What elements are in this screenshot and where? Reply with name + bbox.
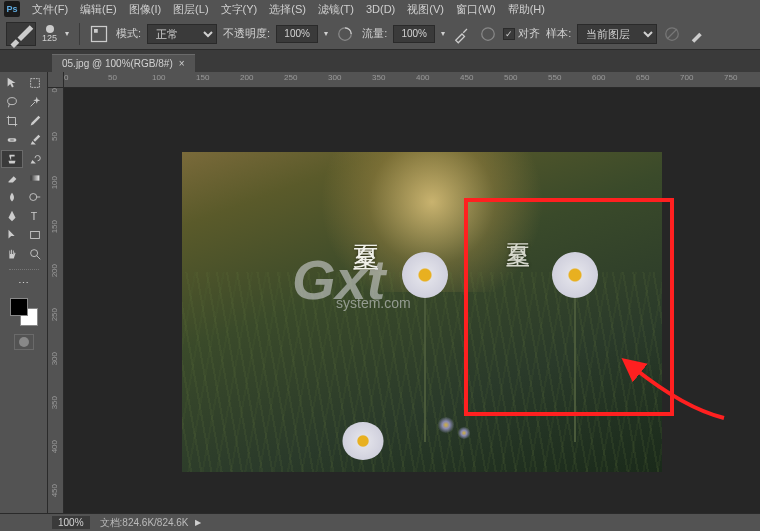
- tab-title: 05.jpg @ 100%(RGB/8#): [62, 58, 173, 69]
- watermark-small: system.com: [336, 295, 411, 311]
- svg-point-3: [482, 27, 495, 40]
- blur-tool[interactable]: [1, 188, 23, 206]
- app-logo-icon: Ps: [4, 1, 20, 17]
- ruler-origin[interactable]: [48, 72, 64, 88]
- menu-3d[interactable]: 3D(D): [360, 1, 401, 17]
- menu-edit[interactable]: 编辑(E): [74, 0, 123, 19]
- flow-label: 流量:: [360, 26, 389, 41]
- airbrush-icon[interactable]: [451, 23, 473, 45]
- ignore-adj-icon[interactable]: [661, 23, 683, 45]
- clone-stamp-tool[interactable]: [1, 150, 23, 168]
- svg-line-5: [667, 29, 677, 39]
- svg-point-7: [8, 98, 17, 105]
- hand-tool[interactable]: [1, 245, 23, 263]
- workspace: T ⋯ 050100150200250300350400450500550600…: [0, 72, 760, 513]
- menu-view[interactable]: 视图(V): [401, 0, 450, 19]
- blend-mode-select[interactable]: 正常: [147, 24, 217, 44]
- zoom-tool[interactable]: [24, 245, 46, 263]
- type-tool[interactable]: T: [24, 207, 46, 225]
- tools-panel: T ⋯: [0, 72, 48, 513]
- vertical-ruler[interactable]: 050100150200250300350400450500: [48, 88, 64, 513]
- menu-select[interactable]: 选择(S): [263, 0, 312, 19]
- aligned-checkbox[interactable]: ✓ 对齐: [503, 26, 540, 41]
- zoom-level[interactable]: 100%: [52, 516, 90, 529]
- watermark: Gxt system.com: [292, 247, 385, 312]
- doc-info[interactable]: 文档:824.6K/824.6K: [100, 516, 189, 530]
- menu-help[interactable]: 帮助(H): [502, 0, 551, 19]
- annotation-arrow: [614, 358, 734, 430]
- move-tool[interactable]: [1, 74, 23, 92]
- svg-line-17: [37, 256, 41, 260]
- tool-preset-icon[interactable]: [6, 22, 36, 46]
- menu-filter[interactable]: 滤镜(T): [312, 0, 360, 19]
- doc-info-value: 824.6K/824.6K: [122, 517, 188, 528]
- options-bar: 125 ▾ 模式: 正常 不透明度: ▾ 流量: ▾ ✓ 对齐 样本: 当前图层: [0, 18, 760, 50]
- opacity-chevron-icon[interactable]: ▾: [322, 29, 330, 38]
- crop-tool[interactable]: [1, 112, 23, 130]
- magic-wand-tool[interactable]: [24, 93, 46, 111]
- pressure-icon[interactable]: [687, 23, 709, 45]
- eraser-tool[interactable]: [1, 169, 23, 187]
- edit-toolbar-icon[interactable]: ⋯: [13, 274, 35, 292]
- mode-label: 模式:: [114, 26, 143, 41]
- menu-file[interactable]: 文件(F): [26, 0, 74, 19]
- brush-picker-chevron-icon[interactable]: ▾: [63, 29, 71, 38]
- svg-rect-15: [31, 232, 40, 239]
- menu-image[interactable]: 图像(I): [123, 0, 167, 19]
- brush-preview[interactable]: 125: [40, 25, 59, 43]
- dodge-tool[interactable]: [24, 188, 46, 206]
- doc-info-chevron-icon[interactable]: ▶: [195, 518, 201, 527]
- document-tab-bar: 05.jpg @ 100%(RGB/8#) ×: [0, 50, 760, 72]
- tablet-size-icon[interactable]: [477, 23, 499, 45]
- canvas-text-1: 夏至: [348, 224, 383, 232]
- brush-tool[interactable]: [24, 131, 46, 149]
- opacity-label: 不透明度:: [221, 26, 272, 41]
- svg-point-12: [30, 194, 37, 201]
- menu-window[interactable]: 窗口(W): [450, 0, 502, 19]
- horizontal-ruler[interactable]: 0501001502002503003504004505005506006507…: [64, 72, 760, 88]
- foreground-color-swatch[interactable]: [10, 298, 28, 316]
- doc-info-label: 文档:: [100, 517, 123, 528]
- shape-tool[interactable]: [24, 226, 46, 244]
- opacity-input[interactable]: [276, 25, 318, 43]
- sample-select[interactable]: 当前图层: [577, 24, 657, 44]
- status-bar: 100% 文档:824.6K/824.6K ▶: [0, 513, 760, 531]
- svg-text:T: T: [31, 210, 38, 222]
- pen-tool[interactable]: [1, 207, 23, 225]
- flow-input[interactable]: [393, 25, 435, 43]
- svg-rect-0: [92, 26, 107, 41]
- healing-brush-tool[interactable]: [1, 131, 23, 149]
- menu-bar: Ps 文件(F) 编辑(E) 图像(I) 图层(L) 文字(Y) 选择(S) 滤…: [0, 0, 760, 18]
- menu-layer[interactable]: 图层(L): [167, 0, 214, 19]
- eyedropper-tool[interactable]: [24, 112, 46, 130]
- brush-panel-icon[interactable]: [88, 23, 110, 45]
- tablet-opacity-icon[interactable]: [334, 23, 356, 45]
- marquee-tool[interactable]: [24, 74, 46, 92]
- checkbox-checked-icon: ✓: [503, 28, 515, 40]
- canvas-area: 0501001502002503003504004505005506006507…: [48, 72, 760, 513]
- path-select-tool[interactable]: [1, 226, 23, 244]
- svg-rect-11: [31, 175, 40, 180]
- svg-line-8: [31, 102, 35, 106]
- tab-close-icon[interactable]: ×: [179, 58, 185, 69]
- svg-point-16: [31, 250, 38, 257]
- color-swatches[interactable]: [10, 298, 38, 326]
- gradient-tool[interactable]: [24, 169, 46, 187]
- svg-rect-6: [31, 79, 40, 88]
- lasso-tool[interactable]: [1, 93, 23, 111]
- document-tab[interactable]: 05.jpg @ 100%(RGB/8#) ×: [52, 54, 195, 72]
- svg-rect-1: [94, 29, 98, 33]
- menu-type[interactable]: 文字(Y): [215, 0, 264, 19]
- sample-label: 样本:: [544, 26, 573, 41]
- aligned-label: 对齐: [518, 26, 540, 41]
- history-brush-tool[interactable]: [24, 150, 46, 168]
- quick-mask-toggle[interactable]: [14, 334, 34, 350]
- canvas-viewport[interactable]: 夏至 夏至 Gxt system.com: [64, 88, 760, 513]
- flow-chevron-icon[interactable]: ▾: [439, 29, 447, 38]
- brush-size-value: 125: [42, 33, 57, 43]
